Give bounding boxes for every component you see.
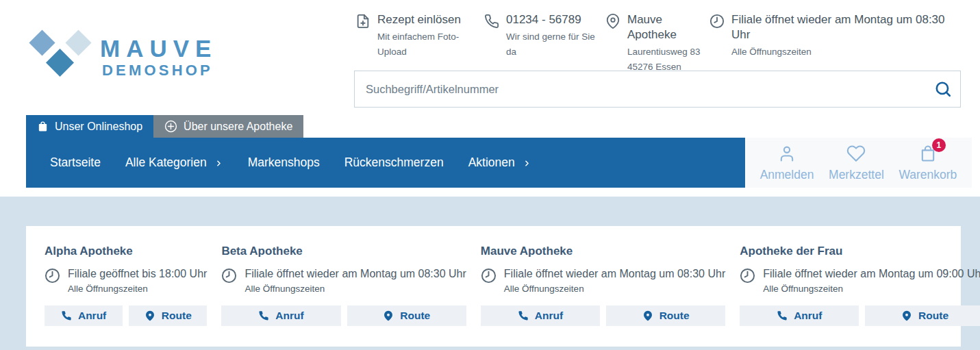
route-label: Route (400, 310, 430, 322)
location-icon (145, 310, 155, 321)
logo-diamonds-icon (27, 27, 97, 79)
cart-label: Warenkorb (899, 168, 957, 182)
prescription-title: Rezept einlösen (377, 12, 484, 27)
nav-item-rueckenschmerzen[interactable]: Rückenschmerzen (332, 155, 456, 170)
phone-info[interactable]: 01234 - 56789 Wir sind gerne für Sie da (484, 12, 605, 74)
store-address-info[interactable]: Mauve Apotheke Laurentiusweg 83 45276 Es… (605, 12, 709, 74)
call-label: Anruf (535, 310, 563, 322)
branch-status: Filiale öffnet wieder am Montag um 08:30… (221, 267, 466, 295)
clock-icon (481, 268, 497, 284)
search-input[interactable] (354, 71, 961, 108)
call-label: Anruf (78, 310, 106, 322)
search-button[interactable] (929, 75, 957, 103)
store-name: Mauve Apotheke (627, 12, 709, 42)
route-label: Route (659, 310, 690, 322)
chevron-right-icon (523, 159, 531, 168)
opening-hours-info: Filiale öffnet wieder am Montag um 08:30… (709, 12, 946, 74)
prescription-subtitle: Mit einfachem Foto-Upload (377, 29, 484, 59)
store-street: Laurentiusweg 83 (627, 45, 709, 60)
tab-apotheke[interactable]: Über unsere Apotheke (153, 115, 303, 138)
route-button[interactable]: Route (606, 305, 725, 326)
logo-text: MAUVE DEMOSHOP (100, 36, 217, 78)
content-spacer (0, 188, 980, 197)
chevron-right-icon (214, 159, 223, 168)
branch-status-text: Filiale öffnet wieder am Montag um 09:00… (763, 267, 980, 281)
header: MAUVE DEMOSHOP Rezept einlösen Mit einfa… (0, 0, 980, 115)
search-icon (934, 80, 952, 98)
branch-status: Filiale öffnet wieder am Montag um 08:30… (481, 267, 725, 295)
branch-actions: Anruf Route (740, 305, 980, 326)
page-background: Alpha Apotheke Filiale geöffnet bis 18:0… (0, 197, 980, 350)
route-button[interactable]: Route (129, 305, 207, 326)
branch-hours-link[interactable]: Alle Öffnungszeiten (504, 284, 584, 294)
call-button[interactable]: Anruf (740, 305, 859, 326)
branch-name: Beta Apotheke (221, 245, 466, 258)
phone-icon (518, 310, 529, 321)
tab-onlineshop-label: Unser Onlineshop (55, 121, 142, 133)
call-label: Anruf (275, 310, 303, 322)
shop-tabs: Unser Onlineshop Über unsere Apotheke (26, 115, 980, 138)
nav-item-markenshops[interactable]: Markenshops (236, 155, 332, 170)
nav-item-startseite[interactable]: Startseite (38, 155, 113, 170)
pharmacy-cross-icon (164, 120, 177, 133)
tab-onlineshop[interactable]: Unser Onlineshop (26, 115, 153, 138)
call-button[interactable]: Anruf (481, 305, 600, 326)
branch-name: Alpha Apotheke (45, 245, 207, 258)
shopping-bag-icon (37, 121, 49, 132)
tab-apotheke-label: Über unsere Apotheke (184, 121, 292, 133)
nav-item-aktionen[interactable]: Aktionen (456, 155, 544, 170)
clock-icon (45, 268, 60, 284)
prescription-icon (355, 14, 370, 29)
user-icon (777, 144, 796, 163)
logo-diamond-bottom (46, 49, 74, 77)
logo-title: MAUVE (100, 36, 217, 60)
logo-subtitle: DEMOSHOP (102, 63, 217, 78)
location-icon (901, 310, 912, 321)
phone-icon (258, 310, 269, 321)
branch-hours-link[interactable]: Alle Öffnungszeiten (244, 284, 325, 294)
nav-item-label: Aktionen (468, 155, 515, 170)
prescription-info[interactable]: Rezept einlösen Mit einfachem Foto-Uploa… (355, 12, 484, 74)
phone-subtitle: Wir sind gerne für Sie da (506, 29, 605, 59)
heart-icon (846, 144, 866, 163)
branch-card-mauve: Mauve Apotheke Filiale öffnet wieder am … (481, 245, 725, 326)
wishlist-label: Merkzettel (829, 168, 884, 182)
search-bar (354, 71, 961, 108)
branch-hours-link[interactable]: Alle Öffnungszeiten (68, 284, 148, 294)
cart-count-badge: 1 (932, 138, 946, 152)
call-button[interactable]: Anruf (45, 305, 123, 326)
location-icon (642, 310, 653, 321)
wishlist-button[interactable]: Merkzettel (829, 144, 884, 182)
route-button[interactable]: Route (347, 305, 466, 326)
cart-button[interactable]: 1 Warenkorb (899, 144, 957, 182)
phone-number: 01234 - 56789 (506, 12, 605, 27)
branch-card-beta: Beta Apotheke Filiale öffnet wieder am M… (221, 245, 466, 326)
cart-bag-icon: 1 (918, 144, 938, 163)
call-button[interactable]: Anruf (221, 305, 340, 326)
main-navigation: Startseite Alle Kategorien Markenshops R… (26, 138, 972, 188)
branch-name: Mauve Apotheke (481, 245, 725, 258)
nav-item-alle-kategorien[interactable]: Alle Kategorien (113, 155, 236, 170)
branch-status-text: Filiale öffnet wieder am Montag um 08:30… (504, 267, 725, 281)
branch-actions: Anruf Route (481, 305, 725, 326)
opening-hours-status: Filiale öffnet wieder am Montag um 08:30… (731, 12, 946, 42)
location-icon (605, 14, 620, 29)
nav-menu: Startseite Alle Kategorien Markenshops R… (26, 138, 745, 188)
phone-icon (484, 14, 499, 29)
phone-icon (61, 310, 72, 321)
branch-hours-link[interactable]: Alle Öffnungszeiten (763, 284, 843, 294)
shop-logo[interactable]: MAUVE DEMOSHOP (27, 27, 217, 79)
login-button[interactable]: Anmelden (760, 144, 814, 182)
all-opening-hours-link[interactable]: Alle Öffnungszeiten (731, 45, 946, 60)
clock-icon (709, 14, 725, 29)
route-button[interactable]: Route (865, 305, 980, 326)
branch-name: Apotheke der Frau (740, 245, 980, 258)
nav-item-label: Alle Kategorien (125, 155, 207, 170)
branch-status-text: Filiale geöffnet bis 18:00 Uhr (68, 267, 207, 281)
account-bar: Anmelden Merkzettel 1 Warenkorb (745, 138, 972, 188)
branch-card-alpha: Alpha Apotheke Filiale geöffnet bis 18:0… (45, 245, 207, 326)
nav-item-label: Markenshops (248, 155, 320, 170)
branch-card-frau: Apotheke der Frau Filiale öffnet wieder … (740, 245, 980, 326)
branches-card: Alpha Apotheke Filiale geöffnet bis 18:0… (26, 226, 961, 347)
branch-actions: Anruf Route (45, 305, 207, 326)
